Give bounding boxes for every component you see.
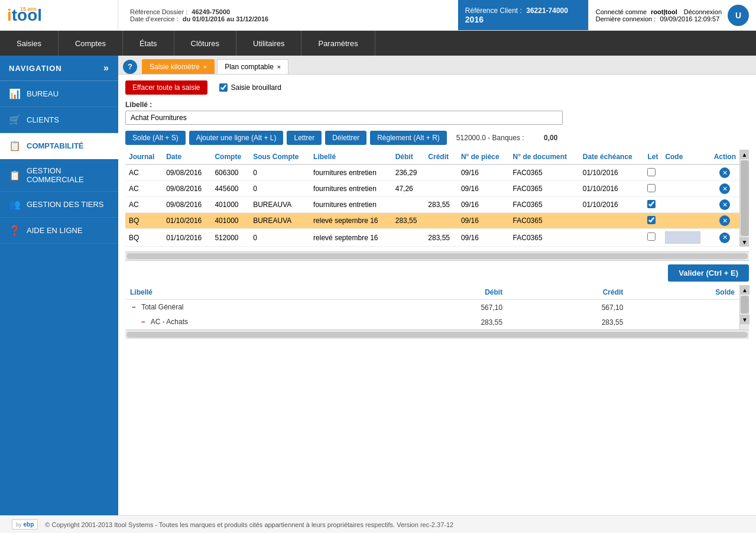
sidebar-item-label-gestion-tiers: GESTION DES TIERS [27,200,104,209]
effacer-btn[interactable]: Effacer toute la saisie [125,80,207,95]
nav-etats[interactable]: États [123,31,174,56]
scroll-thumb[interactable] [741,160,749,236]
let-checkbox[interactable] [647,216,656,224]
sidebar-item-gestion-tiers[interactable]: 👥 GESTION DES TIERS [0,192,118,218]
minus-icon-ac: － [139,318,147,326]
nav-clotures[interactable]: Clôtures [174,31,236,56]
summary-table: Libellé Débit Crédit Solde － Total Génér… [125,285,739,330]
bottom-scroll-track[interactable] [126,332,748,338]
summary-row-total: － Total Général 567,10 567,10 [125,300,739,315]
cell-num-doc: FAC0365 [510,197,579,213]
solde-btn[interactable]: Solde (Alt + S) [125,131,186,145]
sidebar-item-label-aide: AIDE EN LIGNE [27,226,83,235]
sidebar-collapse-icon[interactable]: » [103,63,109,73]
cell-libelle: relevé septembre 16 [310,229,392,247]
let-checkbox[interactable] [647,168,656,176]
sidebar-item-clients[interactable]: 🛒 CLIENTS [0,107,118,133]
row-delete-btn[interactable]: ✕ [719,199,730,210]
sidebar-item-aide-en-ligne[interactable]: ❓ AIDE EN LIGNE [0,218,118,244]
cell-debit: 236,29 [392,164,425,181]
cell-compte: 401000 [211,213,249,229]
row-delete-btn[interactable]: ✕ [719,215,730,226]
bottom-scrollbar[interactable] [125,330,749,339]
cell-action: ✕ [710,164,739,181]
solde-info-text: 512000.0 - Banques : [456,134,524,142]
vertical-scrollbar[interactable]: ▲ ▼ [739,150,749,247]
cell-compte: 512000 [211,229,249,247]
sum-solde-total [628,300,739,315]
sidebar-item-comptabilite[interactable]: 📋 COMPTABILITÉ [0,133,118,159]
summary-vscroll[interactable]: ▲ ▼ [739,285,749,330]
sidebar-item-bureau[interactable]: 📊 BUREAU [0,81,118,107]
table-row: AC 09/08/2016 445600 0 fournitures entre… [125,181,739,197]
cell-date-echeance: 01/10/2016 [579,164,644,181]
copyright-text: © Copyright 2001-2013 Itool Systems - To… [45,521,453,528]
col-credit: Crédit [424,150,458,164]
solde-info: 512000.0 - Banques : 0,00 [456,134,557,142]
sidebar-item-label-gestion-commerciale: GESTION COMMERCIALE [27,166,109,184]
nav-parametres[interactable]: Paramètres [301,31,375,56]
sum-col-credit: Crédit [507,285,628,300]
sum-col-debit: Débit [387,285,507,300]
nav-comptes[interactable]: Comptes [59,31,123,56]
sum-label-total: － Total Général [125,300,387,315]
header-dossier-info: Référence Dossier : 46249-75000 Date d'e… [118,0,458,30]
scroll-down-btn[interactable]: ▼ [740,237,749,247]
row-delete-btn[interactable]: ✕ [719,167,730,178]
nav-utilitaires[interactable]: Utilitaires [236,31,301,56]
sidebar-item-gestion-commerciale[interactable]: 📋 GESTION COMMERCIALE [0,159,118,192]
reglement-btn[interactable]: Règlement (Alt + R) [370,131,447,145]
ebp-logo: by ebp [12,519,38,529]
tab-plan-close[interactable]: × [277,63,281,70]
scroll-up-btn[interactable]: ▲ [740,150,749,159]
sidebar-title: NAVIGATION [9,64,62,73]
tab-saisie-close[interactable]: × [203,63,207,70]
sum-col-solde: Solde [628,285,739,300]
valider-btn[interactable]: Valider (Ctrl + E) [668,264,749,282]
horizontal-scrollbar[interactable] [125,251,749,261]
comptabilite-icon: 📋 [9,140,21,151]
bureau-icon: 📊 [9,88,21,99]
tab-saisie-kilometre[interactable]: Saisie kilomètre × [142,59,215,74]
aide-icon: ❓ [9,225,21,236]
code-input[interactable] [665,231,700,244]
let-checkbox[interactable] [647,184,656,192]
nav-saisies[interactable]: Saisies [0,31,59,56]
connected-user: root|tool [651,8,677,15]
row-delete-btn[interactable]: ✕ [719,183,730,194]
deconnexion-link[interactable]: Déconnexion [684,8,722,15]
cell-credit: 283,55 [424,229,458,247]
gestion-commerciale-icon: 📋 [9,170,21,181]
col-journal: Journal [125,150,163,164]
cell-code [661,229,710,247]
ref-client-label: Référence Client : [465,7,522,15]
ebp-text: ebp [24,521,34,528]
sum-scroll-thumb[interactable] [741,296,749,314]
cell-date: 01/10/2016 [163,213,211,229]
sum-scroll-up[interactable]: ▲ [740,285,749,295]
sum-col-libelle: Libellé [125,285,387,300]
h-scroll-track[interactable] [126,253,748,259]
valider-row: Valider (Ctrl + E) [125,261,749,285]
delettrer-btn[interactable]: Délettrer [325,131,366,145]
sum-credit-total: 567,10 [507,300,628,315]
cell-let [644,229,661,247]
help-button[interactable]: ? [123,60,137,74]
main-nav: Saisies Comptes États Clôtures Utilitair… [0,31,756,56]
let-checkbox[interactable] [647,200,656,208]
cell-compte: 401000 [211,197,249,213]
saisie-brouillard-checkbox[interactable] [219,83,228,92]
lettrer-btn[interactable]: Lettrer [287,131,322,145]
cell-let [644,213,661,229]
ajouter-btn[interactable]: Ajouter une ligne (Alt + L) [189,131,284,145]
cell-debit [392,229,425,247]
let-checkbox[interactable] [647,232,656,241]
cell-debit: 283,55 [392,213,425,229]
libelle-input[interactable] [125,111,563,125]
cell-date: 09/08/2016 [163,164,211,181]
cell-action: ✕ [710,229,739,247]
row-delete-btn[interactable]: ✕ [719,232,730,243]
tab-plan-comptable[interactable]: Plan comptable × [217,59,288,74]
cell-sous-compte: 0 [249,164,310,181]
sum-scroll-down[interactable]: ▼ [740,315,749,324]
